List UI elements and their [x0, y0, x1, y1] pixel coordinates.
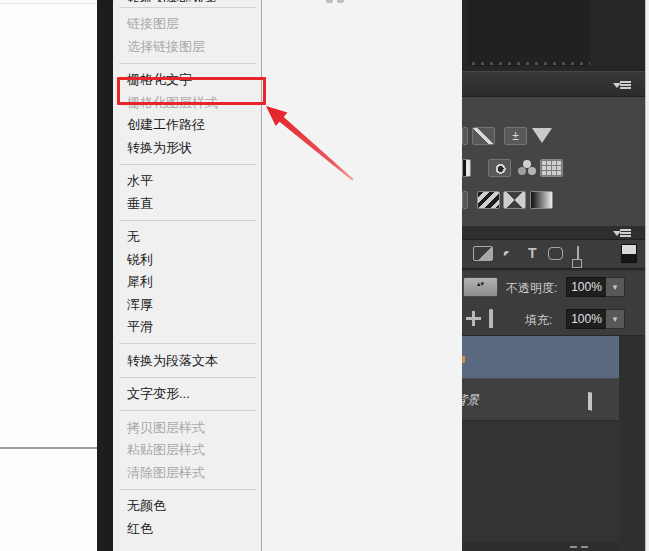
layer-thumbnail-sliver: [462, 356, 465, 363]
menu-separator: [119, 410, 256, 411]
fill-value[interactable]: 100%: [566, 309, 607, 329]
exposure-adjustment-icon[interactable]: ±: [504, 127, 527, 145]
canvas-top-border: [0, 3, 97, 4]
selected-text-layer-row[interactable]: [462, 336, 619, 378]
layer-filter-bar: ◐ T: [462, 240, 645, 268]
menu-item-anti-alias-strong[interactable]: 浑厚: [113, 294, 261, 317]
menu-item-clear-layer-style: 清除图层样式: [113, 462, 261, 485]
cutoff-mark: [326, 0, 333, 3]
filter-smart-objects-icon[interactable]: [577, 246, 579, 265]
menu-separator: [119, 164, 256, 165]
menu-item-convert-to-shape[interactable]: 转换为形状: [113, 137, 261, 160]
curves-adjustment-icon[interactable]: [472, 127, 495, 145]
blend-options-row: ▴▾ 不透明度: 100% ▾: [462, 271, 645, 303]
adjustment-icon-partial[interactable]: [462, 127, 468, 145]
vibrance-adjustment-icon[interactable]: [532, 128, 552, 143]
opacity-label: 不透明度:: [506, 280, 557, 297]
menu-item-anti-alias-smooth[interactable]: 平滑: [113, 316, 261, 339]
menu-item-create-work-path[interactable]: 创建工作路径: [113, 114, 261, 137]
menu-item-vertical[interactable]: 垂直: [113, 193, 261, 216]
menu-item-link-layers: 链接图层: [113, 13, 261, 36]
fill-dropdown-arrow[interactable]: ▾: [606, 309, 625, 329]
opacity-value[interactable]: 100%: [566, 277, 607, 297]
upper-panel: [462, 0, 645, 71]
channel-mixer-adjustment-icon[interactable]: [515, 159, 538, 177]
annotation-highlight-box: [117, 77, 266, 105]
background-layer-name: 背景: [462, 392, 479, 409]
layer-list-gutter: [619, 336, 645, 551]
workspace-background: [97, 0, 113, 551]
document-canvas: [0, 0, 97, 551]
lock-all-icon[interactable]: [489, 311, 501, 329]
layer-list: 背景: [462, 336, 645, 551]
photoshop-screenshot: 转换为智能对象链接图层选择链接图层栅格化文字栅格化图层样式创建工作路径转换为形状…: [0, 0, 649, 551]
menu-item-convert-to-paragraph-text[interactable]: 转换为段落文本: [113, 350, 261, 373]
menu-separator: [119, 220, 256, 221]
lock-options-row: 填充: 100% ▾: [462, 303, 645, 336]
selective-color-adjustment-icon[interactable]: [503, 191, 526, 209]
menu-item-copy-layer-style: 拷贝图层样式: [113, 417, 261, 440]
background-layer-row[interactable]: 背景: [462, 378, 619, 421]
layers-panel-header: [462, 225, 645, 240]
menu-item-convert-to-smart-object[interactable]: 转换为智能对象: [113, 0, 261, 2]
panel-menu-icon[interactable]: [613, 81, 631, 90]
menu-item-anti-alias-none[interactable]: 无: [113, 226, 261, 249]
filter-type-layers-icon[interactable]: T: [528, 246, 537, 261]
panel-column: ± ◐ T ▴▾: [462, 0, 645, 551]
menu-item-paste-layer-style: 粘贴图层样式: [113, 439, 261, 462]
menu-item-no-color[interactable]: 无颜色: [113, 495, 261, 518]
adjustments-panel: ±: [462, 97, 645, 225]
menu-item-select-linked-layers: 选择链接图层: [113, 36, 261, 59]
filter-adjustment-layers-icon[interactable]: ◐: [499, 245, 516, 262]
filter-pixel-layers-icon[interactable]: [473, 246, 493, 261]
menu-item-warp-text[interactable]: 文字变形...: [113, 383, 261, 406]
menu-separator: [119, 377, 256, 378]
menu-separator: [119, 63, 256, 64]
canvas-bottom-border: [0, 447, 97, 449]
menu-item-horizontal[interactable]: 水平: [113, 170, 261, 193]
blend-mode-stepper[interactable]: ▴▾: [463, 277, 498, 297]
opacity-dropdown-arrow[interactable]: ▾: [606, 277, 625, 297]
photo-filter-adjustment-icon[interactable]: [488, 159, 511, 177]
menu-item-color-red[interactable]: 红色: [113, 518, 261, 541]
upper-panel-dots: [472, 62, 590, 65]
filter-shape-layers-icon[interactable]: [548, 247, 563, 260]
adjustments-panel-header: [462, 71, 645, 97]
upper-panel-content: [468, 0, 590, 66]
fill-label: 填充:: [525, 312, 552, 329]
menu-item-anti-alias-crisp[interactable]: 犀利: [113, 271, 261, 294]
lock-position-icon[interactable]: [466, 311, 481, 326]
layer-list-bottom-strip: [462, 543, 619, 551]
menu-separator: [119, 343, 256, 344]
menu-separator: [119, 7, 256, 8]
color-lookup-adjustment-icon[interactable]: [540, 159, 563, 177]
gradient-map-adjustment-icon[interactable]: [477, 191, 500, 209]
cutoff-mark: [337, 0, 344, 3]
adjustment-icon-partial[interactable]: [462, 191, 468, 209]
panel-menu-icon[interactable]: [613, 229, 631, 238]
filter-toggle-switch[interactable]: [621, 244, 637, 263]
annotation-arrow: [258, 100, 360, 186]
menu-separator: [119, 489, 256, 490]
background-lock-icon: [588, 393, 599, 411]
black-white-adjustment-icon[interactable]: [462, 159, 471, 177]
page-right-edge: [645, 0, 649, 551]
menu-item-anti-alias-sharp[interactable]: 锐利: [113, 249, 261, 272]
gradient-fill-adjustment-icon[interactable]: [530, 191, 553, 209]
